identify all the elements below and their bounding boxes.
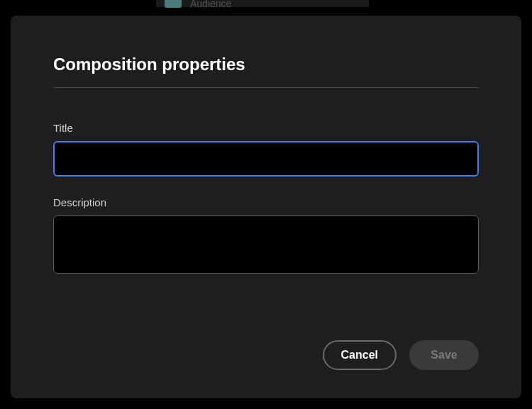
save-button[interactable]: Save xyxy=(409,340,479,370)
cancel-button[interactable]: Cancel xyxy=(323,340,397,370)
button-row: Cancel Save xyxy=(53,326,479,370)
dialog-title: Composition properties xyxy=(53,55,479,74)
composition-properties-dialog: Composition properties Title Description… xyxy=(11,16,521,398)
divider xyxy=(53,87,479,88)
description-label: Description xyxy=(53,196,479,208)
audience-icon xyxy=(165,0,182,8)
description-textarea[interactable] xyxy=(53,215,479,274)
background-label: Audience xyxy=(190,0,231,9)
title-input[interactable] xyxy=(53,141,479,177)
background-menu-item: Audience xyxy=(156,0,369,7)
title-label: Title xyxy=(53,122,479,134)
